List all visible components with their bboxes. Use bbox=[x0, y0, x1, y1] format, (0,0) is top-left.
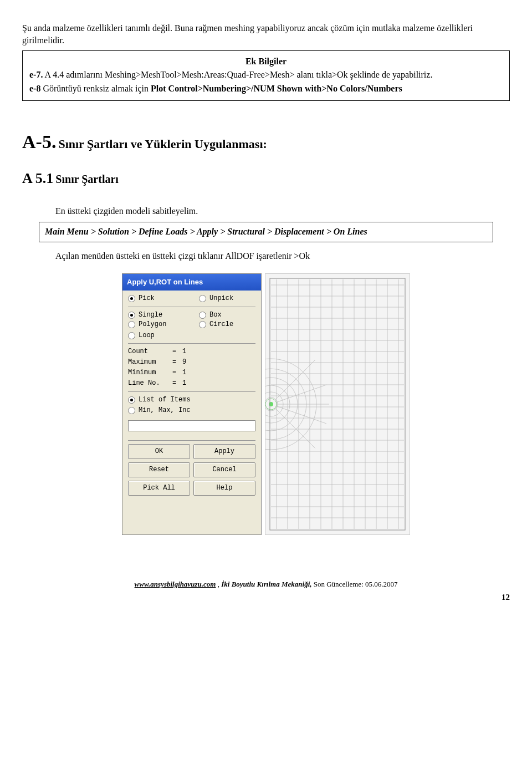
apply-button[interactable]: Apply bbox=[193, 444, 255, 459]
info-e7-tag: e-7. bbox=[29, 70, 43, 79]
radio-dot-icon bbox=[128, 295, 135, 302]
row-count: Count = 1 bbox=[128, 347, 255, 356]
help-button[interactable]: Help bbox=[193, 481, 255, 496]
minmax-label: Min, Max, Inc bbox=[139, 406, 191, 415]
footer-site: www.ansysbilgihavuzu.com bbox=[135, 580, 216, 588]
radio-dot-icon bbox=[128, 407, 135, 414]
ok-button[interactable]: OK bbox=[128, 444, 190, 459]
page-footer: www.ansysbilgihavuzu.com , İki Boyutlu K… bbox=[22, 579, 510, 589]
radio-box[interactable]: Box bbox=[199, 310, 254, 320]
count-label: Count bbox=[128, 347, 170, 356]
svg-point-47 bbox=[269, 402, 273, 406]
info-e8-cmd: Plot Control>Numbering>/NUM Shown with>N… bbox=[151, 84, 402, 93]
radio-list-items[interactable]: List of Items bbox=[128, 395, 255, 405]
info-e8-text: Görüntüyü renksiz almak için bbox=[40, 84, 151, 93]
radio-dot-icon bbox=[128, 396, 135, 404]
radio-single-label: Single bbox=[139, 310, 162, 320]
eq-sign: = bbox=[172, 368, 180, 378]
row-lineno: Line No. = 1 bbox=[128, 379, 255, 388]
a5-number: A-5. bbox=[22, 131, 56, 152]
radio-dot-icon bbox=[199, 295, 206, 302]
radio-dot-icon bbox=[199, 321, 206, 328]
divider bbox=[128, 343, 255, 344]
pick-all-button[interactable]: Pick All bbox=[128, 481, 190, 496]
cancel-button[interactable]: Cancel bbox=[193, 462, 255, 477]
footer-date: Son Güncelleme: 05.06.2007 bbox=[312, 580, 398, 588]
radio-unpick-label: Unpick bbox=[209, 294, 233, 303]
radio-dot-icon bbox=[128, 321, 135, 328]
reset-button[interactable]: Reset bbox=[128, 462, 190, 477]
divider bbox=[128, 307, 255, 307]
lineno-label: Line No. bbox=[128, 379, 170, 388]
figure-area: Apply U,ROT on Lines Pick Unpick Single bbox=[22, 273, 510, 535]
info-box-title: Ek Bilgiler bbox=[29, 55, 503, 68]
radio-loop-label: Loop bbox=[139, 331, 155, 340]
a51-number: A 5.1 bbox=[22, 170, 53, 186]
lineno-value: 1 bbox=[182, 379, 186, 388]
a5-title: Sınır Şartları ve Yüklerin Uygulanması: bbox=[58, 137, 267, 151]
eq-sign: = bbox=[172, 347, 180, 356]
a51-title: Sınır Şartları bbox=[55, 173, 119, 185]
section-a5-heading: A-5. Sınır Şartları ve Yüklerin Uygulanm… bbox=[22, 129, 510, 155]
page-number: 12 bbox=[22, 592, 510, 603]
section-a51-heading: A 5.1 Sınır Şartları bbox=[22, 169, 510, 189]
apply-urot-dialog: Apply U,ROT on Lines Pick Unpick Single bbox=[122, 273, 262, 535]
radio-dot-icon bbox=[128, 332, 135, 339]
radio-minmax[interactable]: Min, Max, Inc bbox=[128, 406, 255, 415]
radio-circle[interactable]: Circle bbox=[199, 320, 254, 329]
radio-dot-icon bbox=[199, 312, 206, 319]
radio-box-label: Box bbox=[209, 310, 222, 320]
radio-pick[interactable]: Pick bbox=[128, 294, 183, 303]
pick-text-input[interactable] bbox=[128, 420, 255, 431]
mesh-icon bbox=[265, 274, 410, 534]
radio-single[interactable]: Single bbox=[128, 310, 183, 320]
min-value: 1 bbox=[182, 368, 186, 378]
radio-loop[interactable]: Loop bbox=[128, 331, 255, 340]
row-maximum: Maximum = 9 bbox=[128, 358, 255, 367]
command-path-box: Main Menu > Solution > Define Loads > Ap… bbox=[39, 222, 493, 242]
max-value: 9 bbox=[182, 358, 186, 367]
dialog-title: Apply U,ROT on Lines bbox=[122, 274, 261, 291]
a51-p2-text: Açılan menüden üstteki en üstteki çizgi … bbox=[55, 251, 310, 261]
list-items-label: List of Items bbox=[139, 395, 191, 405]
intro-paragraph: Şu anda malzeme özellikleri tanımlı deği… bbox=[22, 22, 510, 47]
min-label: Minimum bbox=[128, 368, 170, 378]
divider bbox=[128, 391, 255, 392]
info-box: Ek Bilgiler e-7. A 4.4 adımlarını Meshin… bbox=[22, 50, 510, 101]
footer-sep: , bbox=[216, 580, 221, 588]
info-e7-text: A 4.4 adımlarını Meshing>MeshTool>Mesh:A… bbox=[43, 70, 432, 79]
a51-paragraph-2: Açılan menüden üstteki en üstteki çizgi … bbox=[55, 250, 510, 262]
divider bbox=[128, 440, 255, 441]
eq-sign: = bbox=[172, 358, 180, 367]
info-e8-tag: e-8 bbox=[29, 84, 40, 93]
mesh-preview bbox=[265, 273, 410, 535]
eq-sign: = bbox=[172, 379, 180, 388]
footer-doc: İki Boyutlu Kırılma Mekaniği, bbox=[221, 580, 311, 588]
row-minimum: Minimum = 1 bbox=[128, 368, 255, 378]
a51-paragraph-1: En üstteki çizgiden modeli sabitleyelim. bbox=[55, 205, 510, 217]
info-line-e8: e-8 Görüntüyü renksiz almak için Plot Co… bbox=[29, 83, 503, 95]
max-label: Maximum bbox=[128, 358, 170, 367]
radio-circle-label: Circle bbox=[209, 320, 233, 329]
radio-polygon-label: Polygon bbox=[139, 320, 166, 329]
count-value: 1 bbox=[182, 347, 186, 356]
radio-pick-label: Pick bbox=[139, 294, 155, 303]
info-line-e7: e-7. A 4.4 adımlarını Meshing>MeshTool>M… bbox=[29, 69, 503, 81]
radio-polygon[interactable]: Polygon bbox=[128, 320, 183, 329]
radio-dot-icon bbox=[128, 312, 135, 319]
radio-unpick[interactable]: Unpick bbox=[199, 294, 254, 303]
